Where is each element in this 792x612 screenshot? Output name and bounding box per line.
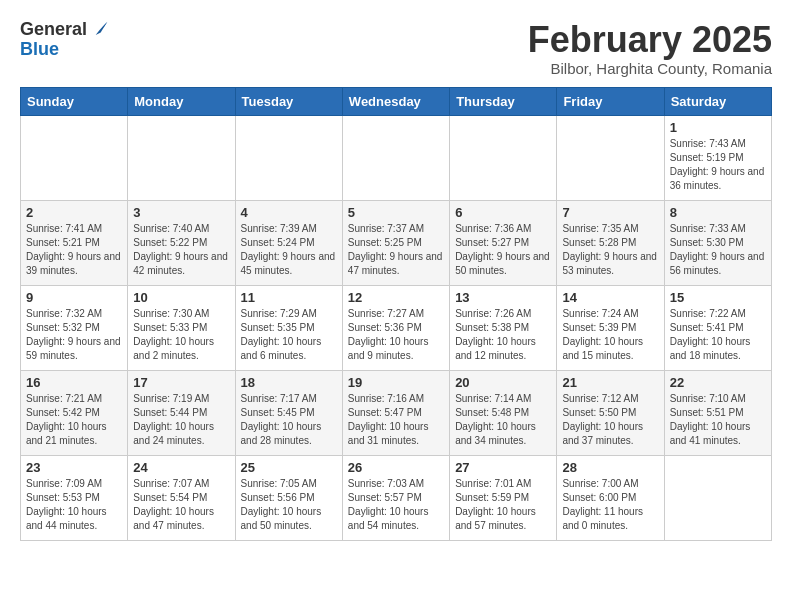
day-info: Sunrise: 7:22 AM Sunset: 5:41 PM Dayligh… <box>670 307 766 363</box>
calendar-day-cell <box>557 115 664 200</box>
calendar-table: SundayMondayTuesdayWednesdayThursdayFrid… <box>20 87 772 541</box>
weekday-header: Thursday <box>450 87 557 115</box>
weekday-header: Friday <box>557 87 664 115</box>
calendar-day-cell: 2Sunrise: 7:41 AM Sunset: 5:21 PM Daylig… <box>21 200 128 285</box>
calendar-day-cell <box>235 115 342 200</box>
calendar-day-cell: 20Sunrise: 7:14 AM Sunset: 5:48 PM Dayli… <box>450 370 557 455</box>
calendar-day-cell: 5Sunrise: 7:37 AM Sunset: 5:25 PM Daylig… <box>342 200 449 285</box>
day-number: 28 <box>562 460 658 475</box>
calendar-day-cell: 3Sunrise: 7:40 AM Sunset: 5:22 PM Daylig… <box>128 200 235 285</box>
calendar-week-row: 16Sunrise: 7:21 AM Sunset: 5:42 PM Dayli… <box>21 370 772 455</box>
day-number: 9 <box>26 290 122 305</box>
calendar-day-cell: 16Sunrise: 7:21 AM Sunset: 5:42 PM Dayli… <box>21 370 128 455</box>
calendar-day-cell <box>450 115 557 200</box>
title-section: February 2025 Bilbor, Harghita County, R… <box>528 20 772 77</box>
day-number: 23 <box>26 460 122 475</box>
day-info: Sunrise: 7:14 AM Sunset: 5:48 PM Dayligh… <box>455 392 551 448</box>
calendar-day-cell <box>128 115 235 200</box>
day-info: Sunrise: 7:00 AM Sunset: 6:00 PM Dayligh… <box>562 477 658 533</box>
day-info: Sunrise: 7:35 AM Sunset: 5:28 PM Dayligh… <box>562 222 658 278</box>
calendar-day-cell: 14Sunrise: 7:24 AM Sunset: 5:39 PM Dayli… <box>557 285 664 370</box>
weekday-header: Tuesday <box>235 87 342 115</box>
day-info: Sunrise: 7:05 AM Sunset: 5:56 PM Dayligh… <box>241 477 337 533</box>
logo-blue-text: Blue <box>20 40 109 60</box>
weekday-header: Wednesday <box>342 87 449 115</box>
day-info: Sunrise: 7:32 AM Sunset: 5:32 PM Dayligh… <box>26 307 122 363</box>
day-info: Sunrise: 7:29 AM Sunset: 5:35 PM Dayligh… <box>241 307 337 363</box>
logo: General Blue <box>20 20 109 60</box>
day-number: 11 <box>241 290 337 305</box>
day-number: 25 <box>241 460 337 475</box>
day-number: 19 <box>348 375 444 390</box>
day-number: 21 <box>562 375 658 390</box>
calendar-day-cell: 9Sunrise: 7:32 AM Sunset: 5:32 PM Daylig… <box>21 285 128 370</box>
weekday-header: Saturday <box>664 87 771 115</box>
calendar-day-cell <box>664 455 771 540</box>
day-number: 6 <box>455 205 551 220</box>
calendar-day-cell: 17Sunrise: 7:19 AM Sunset: 5:44 PM Dayli… <box>128 370 235 455</box>
calendar-day-cell: 6Sunrise: 7:36 AM Sunset: 5:27 PM Daylig… <box>450 200 557 285</box>
logo-bird-icon <box>89 20 109 40</box>
day-number: 5 <box>348 205 444 220</box>
calendar-title: February 2025 <box>528 20 772 60</box>
day-info: Sunrise: 7:17 AM Sunset: 5:45 PM Dayligh… <box>241 392 337 448</box>
calendar-week-row: 9Sunrise: 7:32 AM Sunset: 5:32 PM Daylig… <box>21 285 772 370</box>
calendar-day-cell <box>342 115 449 200</box>
day-info: Sunrise: 7:19 AM Sunset: 5:44 PM Dayligh… <box>133 392 229 448</box>
day-number: 15 <box>670 290 766 305</box>
calendar-day-cell: 7Sunrise: 7:35 AM Sunset: 5:28 PM Daylig… <box>557 200 664 285</box>
calendar-day-cell: 21Sunrise: 7:12 AM Sunset: 5:50 PM Dayli… <box>557 370 664 455</box>
calendar-body: 1Sunrise: 7:43 AM Sunset: 5:19 PM Daylig… <box>21 115 772 540</box>
calendar-day-cell: 18Sunrise: 7:17 AM Sunset: 5:45 PM Dayli… <box>235 370 342 455</box>
day-info: Sunrise: 7:40 AM Sunset: 5:22 PM Dayligh… <box>133 222 229 278</box>
calendar-day-cell: 19Sunrise: 7:16 AM Sunset: 5:47 PM Dayli… <box>342 370 449 455</box>
calendar-week-row: 1Sunrise: 7:43 AM Sunset: 5:19 PM Daylig… <box>21 115 772 200</box>
calendar-day-cell: 15Sunrise: 7:22 AM Sunset: 5:41 PM Dayli… <box>664 285 771 370</box>
day-number: 16 <box>26 375 122 390</box>
day-number: 8 <box>670 205 766 220</box>
day-info: Sunrise: 7:27 AM Sunset: 5:36 PM Dayligh… <box>348 307 444 363</box>
day-number: 24 <box>133 460 229 475</box>
day-number: 27 <box>455 460 551 475</box>
calendar-day-cell: 8Sunrise: 7:33 AM Sunset: 5:30 PM Daylig… <box>664 200 771 285</box>
day-info: Sunrise: 7:33 AM Sunset: 5:30 PM Dayligh… <box>670 222 766 278</box>
day-number: 18 <box>241 375 337 390</box>
day-number: 17 <box>133 375 229 390</box>
day-info: Sunrise: 7:12 AM Sunset: 5:50 PM Dayligh… <box>562 392 658 448</box>
day-number: 14 <box>562 290 658 305</box>
calendar-day-cell: 11Sunrise: 7:29 AM Sunset: 5:35 PM Dayli… <box>235 285 342 370</box>
calendar-day-cell <box>21 115 128 200</box>
day-info: Sunrise: 7:43 AM Sunset: 5:19 PM Dayligh… <box>670 137 766 193</box>
day-info: Sunrise: 7:30 AM Sunset: 5:33 PM Dayligh… <box>133 307 229 363</box>
day-info: Sunrise: 7:09 AM Sunset: 5:53 PM Dayligh… <box>26 477 122 533</box>
day-number: 4 <box>241 205 337 220</box>
calendar-day-cell: 27Sunrise: 7:01 AM Sunset: 5:59 PM Dayli… <box>450 455 557 540</box>
calendar-day-cell: 22Sunrise: 7:10 AM Sunset: 5:51 PM Dayli… <box>664 370 771 455</box>
day-info: Sunrise: 7:07 AM Sunset: 5:54 PM Dayligh… <box>133 477 229 533</box>
day-info: Sunrise: 7:41 AM Sunset: 5:21 PM Dayligh… <box>26 222 122 278</box>
day-number: 20 <box>455 375 551 390</box>
day-number: 26 <box>348 460 444 475</box>
day-info: Sunrise: 7:36 AM Sunset: 5:27 PM Dayligh… <box>455 222 551 278</box>
logo-general-text: General <box>20 20 87 40</box>
day-number: 2 <box>26 205 122 220</box>
calendar-header: SundayMondayTuesdayWednesdayThursdayFrid… <box>21 87 772 115</box>
day-info: Sunrise: 7:21 AM Sunset: 5:42 PM Dayligh… <box>26 392 122 448</box>
day-number: 13 <box>455 290 551 305</box>
day-info: Sunrise: 7:16 AM Sunset: 5:47 PM Dayligh… <box>348 392 444 448</box>
calendar-day-cell: 26Sunrise: 7:03 AM Sunset: 5:57 PM Dayli… <box>342 455 449 540</box>
calendar-day-cell: 10Sunrise: 7:30 AM Sunset: 5:33 PM Dayli… <box>128 285 235 370</box>
calendar-day-cell: 24Sunrise: 7:07 AM Sunset: 5:54 PM Dayli… <box>128 455 235 540</box>
calendar-day-cell: 13Sunrise: 7:26 AM Sunset: 5:38 PM Dayli… <box>450 285 557 370</box>
day-info: Sunrise: 7:26 AM Sunset: 5:38 PM Dayligh… <box>455 307 551 363</box>
day-number: 12 <box>348 290 444 305</box>
day-info: Sunrise: 7:39 AM Sunset: 5:24 PM Dayligh… <box>241 222 337 278</box>
day-info: Sunrise: 7:24 AM Sunset: 5:39 PM Dayligh… <box>562 307 658 363</box>
calendar-day-cell: 12Sunrise: 7:27 AM Sunset: 5:36 PM Dayli… <box>342 285 449 370</box>
day-number: 22 <box>670 375 766 390</box>
day-number: 1 <box>670 120 766 135</box>
calendar-week-row: 2Sunrise: 7:41 AM Sunset: 5:21 PM Daylig… <box>21 200 772 285</box>
weekday-header: Monday <box>128 87 235 115</box>
calendar-day-cell: 1Sunrise: 7:43 AM Sunset: 5:19 PM Daylig… <box>664 115 771 200</box>
day-info: Sunrise: 7:03 AM Sunset: 5:57 PM Dayligh… <box>348 477 444 533</box>
